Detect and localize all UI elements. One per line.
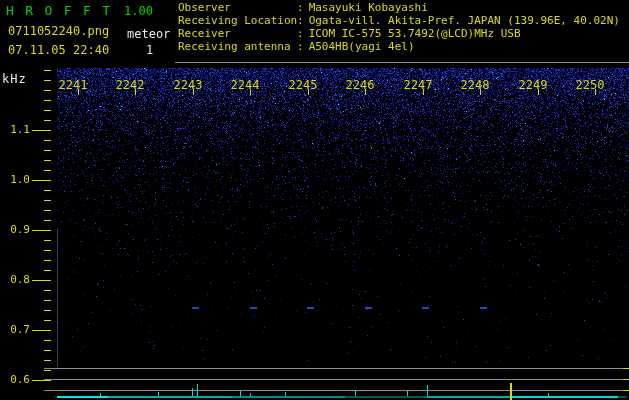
time-tick-label: 2241 — [58, 78, 88, 92]
info-row-receiver: Receiver:ICOM IC-575 53.7492(@LCD)MHz US… — [178, 28, 521, 40]
time-tick-label: 2246 — [345, 78, 375, 92]
output-filename: 0711052240.png — [8, 24, 109, 38]
info-colon: : — [297, 1, 304, 14]
app-title: H R O F F T — [6, 3, 112, 18]
info-value: A504HB(yagi 4el) — [309, 40, 415, 53]
freq-tick-label: 1.1 — [2, 123, 30, 136]
info-label: Receiving Location — [178, 15, 297, 27]
freq-tick-label: 0.6 — [2, 373, 30, 386]
info-colon: : — [297, 40, 304, 53]
info-colon: : — [297, 14, 304, 27]
time-tick-label: 2249 — [518, 78, 548, 92]
hrofft-screen: { "header": { "app_title": "H R O F F T"… — [0, 0, 629, 400]
info-value: Masayuki Kobayashi — [309, 1, 428, 14]
freq-tick-label: 1.0 — [2, 173, 30, 186]
freq-tick-label: 0.7 — [2, 323, 30, 336]
app-version: 1.00 — [124, 4, 153, 18]
observation-datetime: 07.11.05 22:40 — [8, 43, 109, 57]
freq-tick-label: 0.8 — [2, 273, 30, 286]
time-tick-label: 2242 — [115, 78, 145, 92]
y-axis-unit-label: kHz — [2, 72, 27, 86]
time-tick-label: 2250 — [575, 78, 605, 92]
info-colon: : — [297, 27, 304, 40]
info-value: Ogata-vill. Akita-Pref. JAPAN (139.96E, … — [309, 14, 620, 27]
freq-tick-label: 0.9 — [2, 223, 30, 236]
time-tick-label: 2245 — [288, 78, 318, 92]
info-row-antenna: Receiving antenna:A504HB(yagi 4el) — [178, 41, 415, 53]
meteor-count: 1 — [146, 43, 153, 57]
time-tick-label: 2248 — [460, 78, 490, 92]
info-value: ICOM IC-575 53.7492(@LCD)MHz USB — [309, 27, 521, 40]
spectrogram-canvas — [0, 0, 629, 400]
time-tick-label: 2244 — [230, 78, 260, 92]
time-tick-label: 2247 — [403, 78, 433, 92]
info-label: Observer — [178, 2, 297, 14]
info-row-location: Receiving Location:Ogata-vill. Akita-Pre… — [178, 15, 620, 27]
mode-label: meteor — [127, 27, 170, 41]
info-label: Receiver — [178, 28, 297, 40]
info-label: Receiving antenna — [178, 41, 297, 53]
info-row-observer: Observer:Masayuki Kobayashi — [178, 2, 428, 14]
time-tick-label: 2243 — [173, 78, 203, 92]
